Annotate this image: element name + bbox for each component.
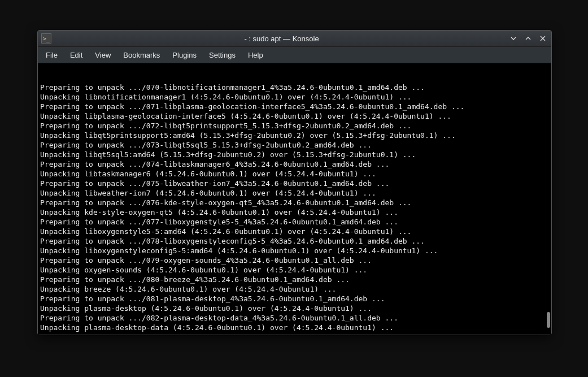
menu-help[interactable]: Help [242,49,269,62]
titlebar[interactable]: >_ - : sudo apt — Konsole [38,31,551,47]
terminal-line: Preparing to unpack .../077-liboxygensty… [40,217,549,227]
terminal-line: Preparing to unpack .../080-breeze_4%3a5… [40,275,549,284]
terminal-line: Preparing to unpack .../070-libnotificat… [40,83,549,92]
terminal-icon: >_ [41,33,51,44]
menu-view[interactable]: View [89,49,116,62]
close-button[interactable] [538,33,548,44]
terminal-line: Preparing to unpack .../071-libplasma-ge… [40,102,549,111]
terminal-line: Preparing to unpack .../078-liboxygensty… [40,236,549,246]
terminal-line: Preparing to unpack .../082-plasma-deskt… [40,313,549,323]
terminal-line: Unpacking libplasma-geolocation-interfac… [40,111,549,121]
menu-bookmarks[interactable]: Bookmarks [117,49,165,62]
terminal-area[interactable]: Preparing to unpack .../070-libnotificat… [38,63,551,335]
terminal-line: Unpacking libqt5sql5:amd64 (5.15.3+dfsg-… [40,150,549,159]
terminal-line: Unpacking liboxygenstyle5-5:amd64 (4:5.2… [40,227,549,236]
terminal-output: Preparing to unpack .../070-libnotificat… [40,83,549,332]
terminal-line: Preparing to unpack .../074-libtaskmanag… [40,159,549,169]
terminal-line: Unpacking liboxygenstyleconfig5-5:amd64 … [40,246,549,255]
terminal-line: Preparing to unpack .../075-libweather-i… [40,179,549,188]
menu-settings[interactable]: Settings [203,49,241,62]
terminal-line: Unpacking plasma-desktop-data (4:5.24.6-… [40,323,549,332]
terminal-line: Unpacking oxygen-sounds (4:5.24.6-0ubunt… [40,265,549,275]
maximize-button[interactable] [523,33,533,44]
terminal-line: Unpacking libqt5printsupport5:amd64 (5.1… [40,131,549,140]
terminal-line: Unpacking plasma-desktop (4:5.24.6-0ubun… [40,304,549,313]
terminal-line: Unpacking libnotificationmanager1 (4:5.2… [40,92,549,102]
terminal-line: Unpacking libtaskmanager6 (4:5.24.6-0ubu… [40,169,549,179]
window-title: - : sudo apt — Konsole [55,34,508,43]
menu-edit[interactable]: Edit [64,49,88,62]
terminal-line: Preparing to unpack .../073-libqt5sql5_5… [40,140,549,150]
menu-file[interactable]: File [40,49,63,62]
terminal-line: Preparing to unpack .../079-oxygen-sound… [40,255,549,265]
window-controls [508,33,548,44]
terminal-line: Unpacking kde-style-oxygen-qt5 (4:5.24.6… [40,207,549,217]
terminal-line: Unpacking breeze (4:5.24.6-0ubuntu0.1) o… [40,284,549,294]
konsole-window: >_ - : sudo apt — Konsole File Edit View… [37,30,552,335]
menu-plugins[interactable]: Plugins [167,49,202,62]
terminal-scrollbar[interactable] [547,312,550,328]
minimize-button[interactable] [508,33,519,44]
menubar: File Edit View Bookmarks Plugins Setting… [38,47,551,63]
terminal-line: Preparing to unpack .../072-libqt5prints… [40,121,549,131]
terminal-line: Preparing to unpack .../076-kde-style-ox… [40,198,549,207]
terminal-line: Unpacking libweather-ion7 (4:5.24.6-0ubu… [40,188,549,198]
terminal-line: Preparing to unpack .../081-plasma-deskt… [40,294,549,304]
